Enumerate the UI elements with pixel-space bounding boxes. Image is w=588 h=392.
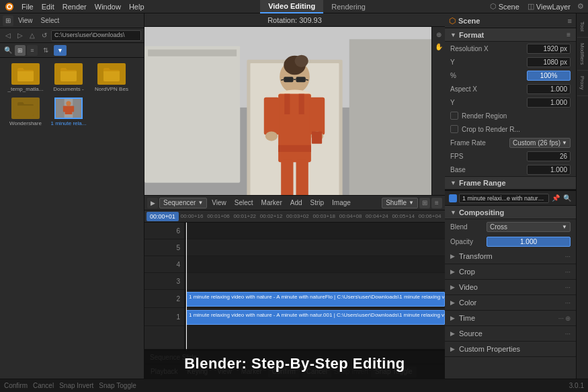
source-options[interactable]: ··· bbox=[565, 330, 571, 338]
time-header[interactable]: ▶ Time ··· ⊕ bbox=[445, 311, 576, 325]
reload-button[interactable]: ↺ bbox=[39, 30, 50, 41]
source-arrow: ▶ bbox=[450, 330, 455, 337]
time-options[interactable]: ··· bbox=[558, 315, 564, 322]
format-options[interactable]: ≡ bbox=[566, 31, 571, 38]
menu-file[interactable]: File bbox=[17, 0, 38, 13]
grid-view-btn[interactable]: ⊞ bbox=[15, 45, 26, 56]
source-header[interactable]: ▶ Source ··· bbox=[445, 326, 576, 341]
video-header[interactable]: ▶ Video ··· bbox=[445, 280, 576, 295]
time-extra-btn[interactable]: ⊕ bbox=[565, 315, 571, 322]
res-pct-input[interactable]: 100% bbox=[527, 71, 571, 81]
svg-rect-7 bbox=[63, 106, 66, 112]
custom-props-header[interactable]: ▶ Custom Properties bbox=[445, 342, 576, 356]
frame-rate-dropdown[interactable]: Custom (26 fps) ▼ bbox=[509, 138, 571, 148]
video-options[interactable]: ··· bbox=[565, 284, 571, 291]
seq-image-btn[interactable]: Image bbox=[329, 199, 354, 206]
time-current-display[interactable]: 00:00+01 bbox=[146, 212, 179, 221]
seq-view-btn[interactable]: View bbox=[208, 199, 230, 206]
menu-edit[interactable]: Edit bbox=[38, 0, 58, 13]
seq-marker-btn[interactable]: Marker bbox=[258, 199, 286, 206]
forward-button[interactable]: ▷ bbox=[15, 30, 26, 41]
base-input[interactable]: 1.000 bbox=[527, 165, 571, 175]
svg-point-19 bbox=[295, 55, 308, 67]
select-button[interactable]: Select bbox=[38, 17, 63, 24]
track-label-1: 1 bbox=[144, 308, 184, 326]
svg-point-2 bbox=[11, 5, 12, 6]
color-header[interactable]: ▶ Color ··· bbox=[445, 295, 576, 310]
color-options[interactable]: ··· bbox=[565, 299, 571, 307]
crop-options[interactable]: ··· bbox=[565, 268, 571, 276]
video-arrow: ▶ bbox=[450, 284, 455, 290]
path-input[interactable]: C:\Users\user\Downloads\ bbox=[51, 30, 141, 41]
transform-options[interactable]: ··· bbox=[565, 253, 571, 260]
res-x-input[interactable]: 1920 px bbox=[527, 44, 571, 54]
back-button[interactable]: ◁ bbox=[3, 30, 13, 41]
right-panel-container: ⬡ Scene ≡ ▼ Format ≡ Resolution X bbox=[445, 13, 588, 379]
file-item-nordvpn[interactable]: NordVPN Bes bbox=[91, 63, 132, 92]
seq-strip-btn[interactable]: Strip bbox=[307, 199, 328, 206]
tab-tool[interactable]: Tool bbox=[577, 16, 588, 38]
tab-video-editing[interactable]: Video Editing bbox=[260, 0, 323, 13]
folder-icon bbox=[11, 97, 40, 119]
list-view-btn[interactable]: ≡ bbox=[27, 45, 38, 56]
crop-header[interactable]: ▶ Crop ··· bbox=[445, 264, 576, 279]
compositing-header[interactable]: ▼ Compositing bbox=[445, 206, 576, 219]
seq-add-btn[interactable]: Add bbox=[287, 199, 306, 206]
track-row-4 bbox=[185, 256, 445, 273]
seq-select-btn[interactable]: Select bbox=[231, 199, 257, 206]
track-row-3 bbox=[185, 273, 445, 290]
tab-proxy[interactable]: Proxy bbox=[577, 71, 588, 95]
seq-toggle1[interactable]: ⊞ bbox=[419, 198, 430, 208]
seq-editor-icon[interactable]: ▶ bbox=[147, 198, 158, 208]
format-header[interactable]: ▼ Format ≡ bbox=[445, 28, 576, 42]
seq-type-dropdown[interactable]: Sequencer ▼ bbox=[159, 198, 207, 208]
blend-dropdown[interactable]: Cross ▼ bbox=[487, 222, 571, 232]
menu-render[interactable]: Render bbox=[58, 0, 91, 13]
opacity-label: Opacity bbox=[450, 238, 484, 245]
tab-rendering[interactable]: Rendering bbox=[323, 0, 374, 13]
aspect-x-input[interactable]: 1.000 bbox=[527, 84, 571, 94]
transform-header[interactable]: ▶ Transform ··· bbox=[445, 249, 576, 264]
hand-icon[interactable]: ✋ bbox=[434, 42, 444, 51]
strip-name-input[interactable]: 1 minute relaxi...e with natureFlo bbox=[459, 194, 549, 203]
menu-bar: File Edit Render Window Help Video Editi… bbox=[0, 0, 588, 13]
sort-icon[interactable]: ⇅ bbox=[40, 45, 51, 56]
preview-area: Rotation: 309.93 bbox=[144, 13, 445, 195]
workspace-selector[interactable]: ⬡ Scene bbox=[486, 2, 523, 11]
aspect-x-label: Aspect X bbox=[450, 85, 527, 93]
source-title: Source bbox=[459, 329, 482, 338]
menu-window[interactable]: Window bbox=[91, 0, 125, 13]
ruler-mark-2: 00:01+22 bbox=[233, 213, 259, 219]
opacity-input[interactable]: 1.000 bbox=[487, 237, 571, 247]
video-clip-2[interactable]: 1 minute relaxing video with nature - A … bbox=[186, 310, 445, 325]
video-title: Video bbox=[459, 283, 478, 291]
search-input[interactable]: 🔍 bbox=[3, 45, 13, 56]
tab-modifiers[interactable]: Modifiers bbox=[577, 38, 588, 71]
aspect-y-input[interactable]: 1.000 bbox=[527, 97, 571, 108]
file-item-video[interactable]: 1 minute rela... bbox=[48, 97, 89, 126]
file-item-temp[interactable]: _temp_matla... bbox=[5, 63, 46, 92]
shuffle-dropdown[interactable]: Shuffle ▼ bbox=[382, 198, 418, 208]
settings-icon[interactable]: ⚙ bbox=[575, 1, 587, 13]
res-y-input[interactable]: 1080 px bbox=[527, 57, 571, 67]
view-button[interactable]: View bbox=[15, 17, 36, 24]
crop-checkbox[interactable] bbox=[450, 125, 458, 133]
video-clip-1[interactable]: 1 minute relaxing video with nature - A … bbox=[186, 292, 445, 307]
filter-button[interactable]: ▼ bbox=[54, 45, 67, 56]
up-button[interactable]: △ bbox=[27, 30, 38, 41]
render-region-checkbox[interactable] bbox=[450, 112, 458, 120]
svg-rect-34 bbox=[296, 159, 308, 195]
seq-toggle2[interactable]: ≡ bbox=[431, 198, 442, 208]
confirm-status: Confirm bbox=[4, 382, 28, 389]
strip-pin-btn[interactable]: 📌 bbox=[551, 194, 560, 203]
frame-range-header[interactable]: ▼ Frame Range bbox=[445, 176, 576, 190]
zoom-icon[interactable]: ⊕ bbox=[434, 30, 444, 39]
fps-input[interactable]: 26 bbox=[527, 151, 571, 161]
menu-help[interactable]: Help bbox=[125, 0, 149, 13]
scene-options-btn[interactable]: ≡ bbox=[568, 17, 572, 25]
view-layer-selector[interactable]: ◫ ViewLayer bbox=[523, 2, 575, 11]
strip-search-btn[interactable]: 🔍 bbox=[562, 194, 572, 203]
file-item-wondershare[interactable]: Wondershare bbox=[5, 97, 46, 126]
file-item-docs[interactable]: Documents - bbox=[48, 63, 89, 92]
editor-type-icon[interactable]: ⊞ bbox=[3, 15, 13, 26]
